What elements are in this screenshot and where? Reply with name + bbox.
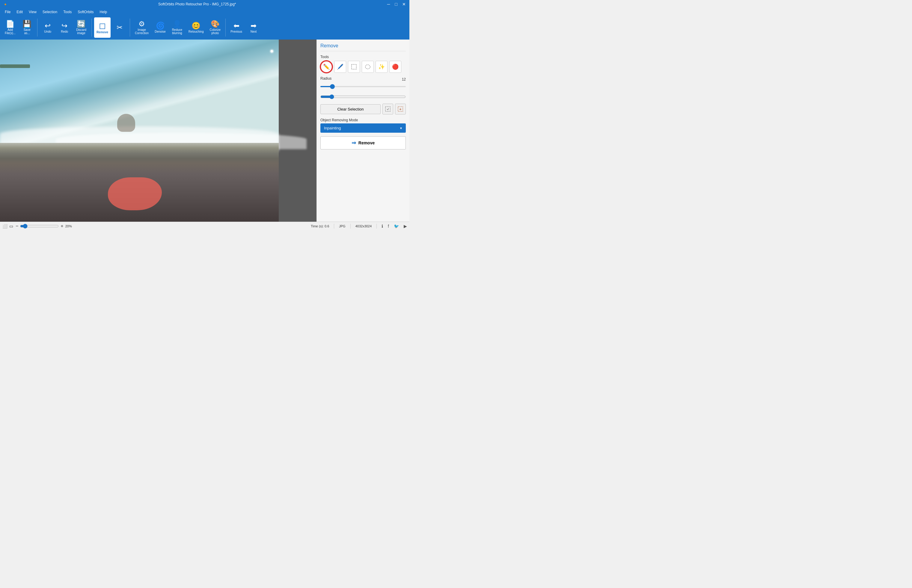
- image-correction-icon: ⚙: [139, 20, 145, 27]
- clear-selection-button[interactable]: Clear Selection: [320, 104, 381, 114]
- menu-softorbits[interactable]: SoftOrbits: [75, 9, 96, 15]
- add-files-label: Add File(s)...: [5, 28, 16, 35]
- person-silhouette: [117, 114, 135, 132]
- radius-label: Radius: [320, 76, 331, 81]
- svg-rect-2: [385, 107, 390, 111]
- menu-tools[interactable]: Tools: [61, 9, 74, 15]
- radius-value: 12: [402, 77, 406, 81]
- slider-thumb[interactable]: [330, 84, 335, 89]
- discard-icon: 🔄: [77, 20, 86, 27]
- previous-label: Previous: [230, 30, 242, 33]
- image-correction-label: Image Correction: [135, 28, 149, 35]
- info-icon[interactable]: ℹ: [382, 224, 383, 229]
- twitter-icon[interactable]: 🐦: [394, 224, 399, 229]
- scissors-button[interactable]: ✂: [112, 18, 128, 38]
- undo-label: Undo: [44, 30, 51, 33]
- red-selection-overlay: [108, 177, 162, 210]
- remove-action-button[interactable]: ⇒ Remove: [320, 136, 406, 149]
- svg-rect-0: [352, 65, 356, 69]
- tools-label: Tools: [320, 55, 406, 59]
- zoom-slider[interactable]: [20, 224, 59, 229]
- radius-slider-input[interactable]: [320, 94, 406, 99]
- previous-button[interactable]: ⬅ Previous: [228, 18, 244, 38]
- denoise-button[interactable]: 🌀 Denoise: [152, 18, 168, 38]
- menu-help[interactable]: Help: [97, 9, 110, 15]
- menu-file[interactable]: File: [2, 9, 13, 15]
- svg-point-1: [365, 65, 370, 69]
- main-area: Remove Tools ✏️ 🖊️: [0, 40, 409, 222]
- retouching-icon: 😊: [191, 22, 201, 29]
- menu-view[interactable]: View: [26, 9, 39, 15]
- save-as-icon: 💾: [23, 20, 31, 27]
- mode-dropdown-arrow[interactable]: ▾: [397, 124, 405, 132]
- remove-arrow-icon: ⇒: [352, 140, 356, 146]
- youtube-icon[interactable]: ▶: [404, 224, 407, 229]
- save-as-button[interactable]: 💾 Save as...: [19, 18, 35, 38]
- zoom-in-button[interactable]: +: [60, 223, 64, 229]
- denoise-label: Denoise: [155, 30, 166, 33]
- zoom-out-button[interactable]: −: [15, 223, 19, 229]
- time-label: Time (s): 0.6: [311, 225, 329, 228]
- remove-icon: ◻: [99, 21, 106, 30]
- next-button[interactable]: ➡ Next: [246, 18, 261, 38]
- clone-stamp-tool-button[interactable]: 🔴: [389, 61, 401, 73]
- eraser-tool-button[interactable]: 🖊️: [334, 61, 346, 73]
- mode-dropdown[interactable]: Inpainting ▾: [320, 123, 406, 133]
- status-left: ⬜ ▭ − + 20%: [2, 223, 309, 229]
- mode-section: Object Removing Mode Inpainting ▾: [320, 118, 406, 133]
- status-divider-1: [334, 224, 334, 229]
- image-correction-button[interactable]: ⚙ Image Correction: [133, 18, 151, 38]
- colorize-label: Colorize photo: [210, 28, 221, 35]
- retouching-label: Retouching: [189, 30, 204, 33]
- save-as-label: Save as...: [24, 28, 31, 35]
- discard-button[interactable]: 🔄 Discard image: [73, 18, 89, 38]
- denoise-icon: 🌀: [156, 22, 165, 29]
- app-logo: 🔸: [2, 2, 8, 7]
- clear-selection-row: Clear Selection: [320, 103, 406, 115]
- colorize-icon: 🎨: [211, 20, 220, 27]
- status-right: Time (s): 0.6 JPG 4032x3024 ℹ f 🐦 ▶: [311, 224, 407, 229]
- next-icon: ➡: [251, 22, 257, 29]
- photo-canvas[interactable]: [0, 40, 279, 222]
- close-button[interactable]: ✕: [401, 2, 407, 6]
- mode-value: Inpainting: [321, 124, 397, 132]
- minimize-button[interactable]: ─: [386, 2, 391, 6]
- colorize-button[interactable]: 🎨 Colorize photo: [207, 18, 223, 38]
- separator-2: [91, 19, 92, 37]
- reduce-blurring-label: Reduce blurring: [172, 28, 182, 35]
- toolbar: 📄 Add File(s)... 💾 Save as... ↩ Undo ↪ R…: [0, 16, 409, 40]
- remove-action-label: Remove: [359, 141, 375, 145]
- separator-3: [130, 19, 130, 37]
- load-selection-button[interactable]: [395, 103, 406, 115]
- lasso-tool-button[interactable]: [362, 61, 374, 73]
- canvas-area[interactable]: [0, 40, 317, 222]
- right-panel: Remove Tools ✏️ 🖊️: [317, 40, 409, 222]
- discard-label: Discard image: [76, 28, 86, 35]
- sun-glare: [271, 50, 273, 52]
- fit-page-icon[interactable]: ⬜: [2, 224, 8, 229]
- redo-icon: ↪: [61, 22, 68, 29]
- save-selection-button[interactable]: [382, 103, 393, 115]
- undo-button[interactable]: ↩ Undo: [40, 18, 55, 38]
- reduce-blurring-button[interactable]: 👤 Reduce blurring: [169, 18, 185, 38]
- menu-edit[interactable]: Edit: [14, 9, 25, 15]
- rect-select-tool-button[interactable]: [348, 61, 360, 73]
- mode-label: Object Removing Mode: [320, 118, 406, 122]
- redo-button[interactable]: ↪ Redo: [57, 18, 72, 38]
- window-title: SoftOrbits Photo Retoucher Pro - IMG_172…: [8, 2, 386, 6]
- horizon-land: [0, 65, 30, 68]
- facebook-icon[interactable]: f: [388, 224, 389, 229]
- window-controls: ─ □ ✕: [386, 2, 407, 6]
- maximize-button[interactable]: □: [394, 2, 399, 6]
- radius-section: Radius 12: [320, 76, 406, 100]
- tools-section: Tools ✏️ 🖊️ ✨: [320, 55, 406, 73]
- add-files-button[interactable]: 📄 Add File(s)...: [2, 18, 18, 38]
- menu-bar: File Edit View Selection Tools SoftOrbit…: [0, 8, 409, 16]
- retouching-button[interactable]: 😊 Retouching: [186, 18, 206, 38]
- remove-button[interactable]: ◻ Remove: [94, 18, 111, 38]
- canvas-wrapper: [0, 40, 317, 222]
- fit-width-icon[interactable]: ▭: [9, 224, 13, 229]
- menu-selection[interactable]: Selection: [40, 9, 60, 15]
- pencil-tool-button[interactable]: ✏️: [320, 61, 332, 73]
- magic-wand-tool-button[interactable]: ✨: [375, 61, 388, 73]
